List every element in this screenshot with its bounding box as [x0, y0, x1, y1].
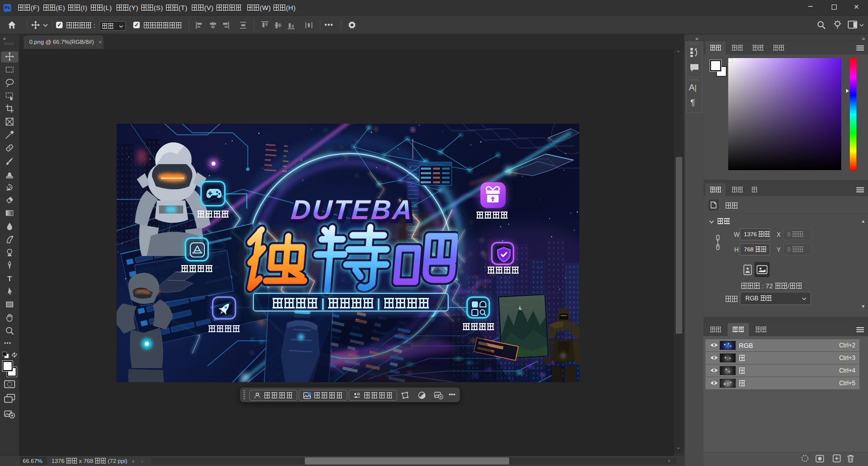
svg-text:T: T	[7, 274, 12, 283]
